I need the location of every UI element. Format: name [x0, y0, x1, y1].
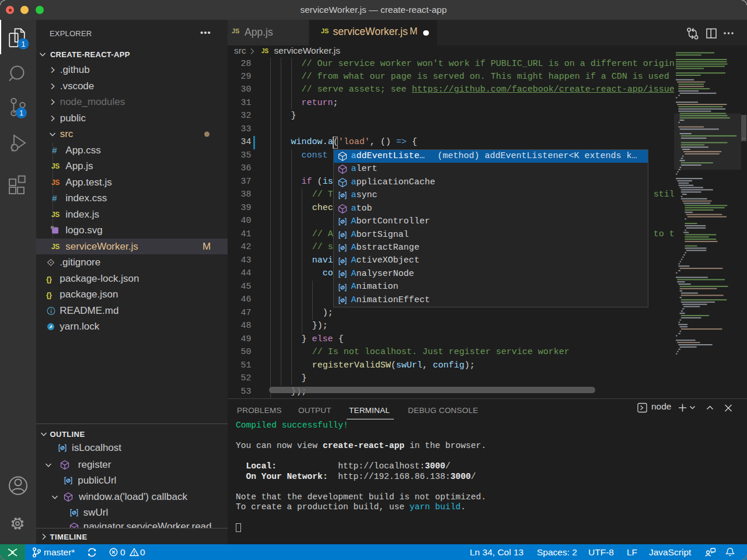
svg-text:1: 1 — [22, 40, 26, 48]
svg-text:1: 1 — [19, 109, 23, 117]
